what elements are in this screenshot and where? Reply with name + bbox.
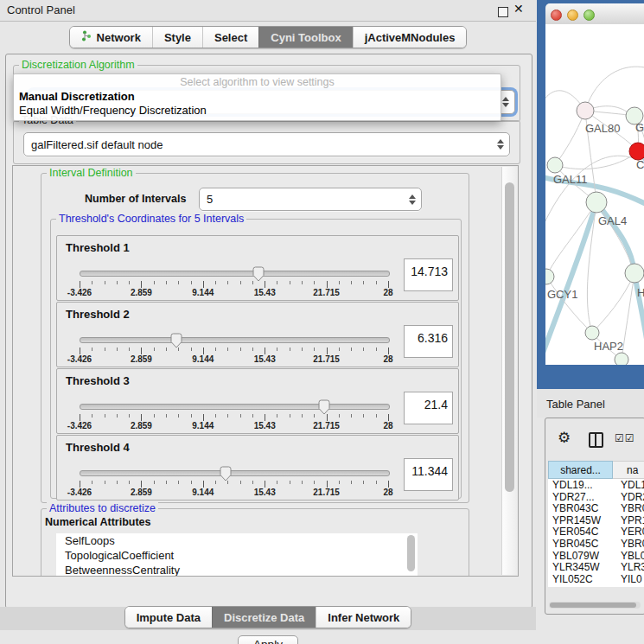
tick-mark xyxy=(290,281,290,284)
cell-shared-name[interactable]: YBL079W xyxy=(552,550,611,562)
tab-select[interactable]: Select xyxy=(202,27,258,48)
network-node[interactable] xyxy=(625,264,644,283)
tick-mark xyxy=(154,414,155,418)
threshold-slider[interactable] xyxy=(80,470,390,476)
scrollbar-thumb[interactable] xyxy=(505,182,514,492)
cell-shared-name[interactable]: YBR043C xyxy=(552,502,611,514)
cell-name[interactable]: YBR0 xyxy=(621,502,644,514)
close-traffic-light-icon[interactable] xyxy=(551,10,562,21)
threshold-value-field[interactable]: 6.316 xyxy=(404,325,453,358)
cell-shared-name[interactable]: YDL19... xyxy=(552,479,611,491)
tab-jactivemnodules[interactable]: jActiveMNodules xyxy=(353,27,467,48)
table-row[interactable]: YBR045CYBR0 xyxy=(548,538,644,550)
dropdown-option-manual-discretization[interactable]: Manual Discretization xyxy=(14,90,501,104)
threshold-1-box: Threshold 1 -3.4262.8599.14415.4321.7152… xyxy=(56,235,459,301)
cell-shared-name[interactable]: YPR145W xyxy=(552,514,611,526)
tick-mark xyxy=(215,481,216,484)
threshold-slider[interactable] xyxy=(80,337,390,343)
cell-shared-name[interactable]: YDR27... xyxy=(552,491,611,503)
cell-shared-name[interactable]: YIL052C xyxy=(552,573,611,585)
cell-name[interactable]: YPR1 xyxy=(621,514,644,526)
tab-label: jActiveMNodules xyxy=(365,31,456,44)
tab-infer-network[interactable]: Infer Network xyxy=(316,607,411,628)
network-node[interactable] xyxy=(615,353,628,365)
cell-shared-name[interactable]: YER054C xyxy=(552,526,611,538)
float-window-icon[interactable] xyxy=(498,7,508,17)
table-row[interactable]: YBL079WYBL0 xyxy=(548,550,644,562)
network-node[interactable] xyxy=(585,326,599,340)
tab-label: Impute Data xyxy=(137,611,201,624)
list-item[interactable]: TopologicalCoefficient xyxy=(56,548,418,563)
apply-button[interactable]: Apply xyxy=(238,635,298,644)
tick-mark xyxy=(252,281,253,284)
close-icon[interactable]: ✕ xyxy=(513,2,524,16)
network-icon xyxy=(81,30,92,44)
split-columns-icon[interactable] xyxy=(589,432,603,448)
list-item[interactable]: SelfLoops xyxy=(56,533,418,548)
table-row[interactable]: YPR145WYPR1 xyxy=(548,514,644,526)
number-of-intervals-combobox[interactable]: 5 xyxy=(199,188,422,211)
list-scrollbar[interactable] xyxy=(407,535,415,571)
tab-label: Infer Network xyxy=(328,611,399,624)
dropdown-option-equal-width-frequency[interactable]: Equal Width/Frequency Discretization xyxy=(14,104,501,118)
cell-name[interactable]: YDL1 xyxy=(621,479,644,491)
tick-mark xyxy=(191,348,192,351)
threshold-slider[interactable] xyxy=(80,404,390,410)
cell-name[interactable]: YBL0 xyxy=(621,550,644,562)
table-row[interactable]: YDR27...YDR2 xyxy=(548,491,644,503)
scrollbar-thumb[interactable] xyxy=(550,603,636,608)
tab-discretize-data[interactable]: Discretize Data xyxy=(212,607,316,628)
table-row[interactable]: YER054CYER0 xyxy=(548,526,644,538)
tick-mark xyxy=(388,414,389,421)
column-header-shared-name[interactable]: shared... xyxy=(548,461,613,479)
network-node[interactable] xyxy=(629,143,644,160)
tick-mark xyxy=(141,414,142,421)
zoom-traffic-light-icon[interactable] xyxy=(583,10,595,21)
tick-mark xyxy=(80,414,80,421)
threshold-value-field[interactable]: 11.344 xyxy=(404,458,453,491)
threshold-slider[interactable] xyxy=(80,271,390,277)
vertical-scrollbar[interactable] xyxy=(501,167,517,575)
tick-mark xyxy=(203,414,204,421)
cell-name[interactable]: YBR0 xyxy=(621,538,644,550)
horizontal-scrollbar[interactable] xyxy=(549,602,641,609)
network-canvas[interactable]: GAL80GACGAL11GAL4GCY1HHAP2 xyxy=(545,24,644,365)
tab-label: Select xyxy=(214,31,247,44)
table-data-combobox[interactable]: galFiltered.sif default node xyxy=(23,132,510,156)
minimize-traffic-light-icon[interactable] xyxy=(567,10,578,21)
numerical-attributes-list[interactable]: SelfLoops TopologicalCoefficient Between… xyxy=(56,533,418,577)
tick-mark xyxy=(154,348,155,351)
threshold-value-field[interactable]: 21.4 xyxy=(404,392,453,424)
tab-cyni-toolbox[interactable]: Cyni Toolbox xyxy=(258,27,352,48)
cell-name[interactable]: YIL0 xyxy=(621,573,644,585)
network-node[interactable] xyxy=(577,102,594,119)
network-node[interactable] xyxy=(545,269,554,284)
table-row[interactable]: YIL052CYIL0 xyxy=(548,573,644,585)
settings-gear-icon[interactable]: ⚙ xyxy=(558,429,571,446)
cell-shared-name[interactable]: YLR345W xyxy=(552,561,611,573)
control-panel-tabrow: Network Style Select Cyni Toolbox jActiv… xyxy=(0,22,536,53)
network-node[interactable] xyxy=(586,192,607,213)
cell-shared-name[interactable]: YBR045C xyxy=(552,538,611,550)
cell-name[interactable]: YDR2 xyxy=(621,491,644,503)
tick-mark xyxy=(290,414,290,418)
tab-style[interactable]: Style xyxy=(152,27,202,48)
slider-thumb[interactable] xyxy=(318,399,331,415)
slider-thumb[interactable] xyxy=(219,466,232,481)
slider-thumb[interactable] xyxy=(169,333,182,348)
cell-name[interactable]: YLR3 xyxy=(621,561,644,573)
table-row[interactable]: YDL19...YDL1 xyxy=(548,479,644,491)
column-header-name[interactable]: na xyxy=(613,461,644,479)
tab-network[interactable]: Network xyxy=(70,27,152,48)
column-checkboxes-icon[interactable]: ☑☑ xyxy=(615,432,635,444)
table-row[interactable]: YBR043CYBR0 xyxy=(548,502,644,514)
table-row[interactable]: YLR345WYLR3 xyxy=(548,561,644,573)
network-node[interactable] xyxy=(547,157,563,173)
threshold-value-field[interactable]: 14.713 xyxy=(404,258,453,291)
node-label: H xyxy=(637,286,644,299)
cell-name[interactable]: YER0 xyxy=(621,526,644,538)
slider-tick-labels: -3.4262.8599.14415.4321.71528 xyxy=(80,421,388,430)
tab-impute-data[interactable]: Impute Data xyxy=(125,607,212,628)
slider-thumb[interactable] xyxy=(252,266,265,282)
list-item[interactable]: BetweennessCentrality xyxy=(56,563,418,577)
